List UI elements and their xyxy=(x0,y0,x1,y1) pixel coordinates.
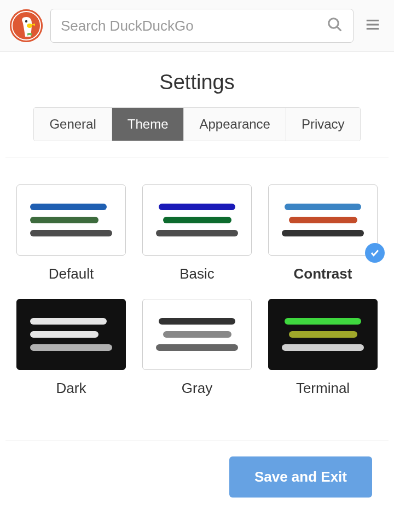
preview-bar xyxy=(30,217,99,223)
save-and-exit-button[interactable]: Save and Exit xyxy=(229,456,372,498)
header xyxy=(0,0,394,52)
preview-bar xyxy=(289,331,357,338)
preview-bar xyxy=(30,318,107,325)
preview-bar xyxy=(282,230,364,236)
preview-bar xyxy=(30,204,107,210)
theme-option-basic[interactable]: Basic xyxy=(142,184,252,282)
tab-theme[interactable]: Theme xyxy=(112,108,184,141)
theme-label: Contrast xyxy=(294,265,352,282)
preview-bar xyxy=(159,318,235,325)
theme-label: Gray xyxy=(182,380,212,397)
svg-point-3 xyxy=(25,20,27,22)
preview-bar xyxy=(30,344,112,351)
footer: Save and Exit xyxy=(5,441,389,498)
theme-option-default[interactable]: Default xyxy=(16,184,126,282)
preview-bar xyxy=(159,204,235,210)
theme-label: Basic xyxy=(179,265,215,282)
preview-bar xyxy=(163,331,231,338)
preview-bar xyxy=(156,230,238,236)
preview-bar xyxy=(289,217,357,223)
theme-preview xyxy=(16,184,126,256)
theme-option-gray[interactable]: Gray xyxy=(142,299,252,397)
theme-option-contrast[interactable]: Contrast xyxy=(268,184,378,282)
preview-bar xyxy=(282,344,364,351)
hamburger-menu-icon[interactable] xyxy=(361,13,384,38)
theme-preview xyxy=(268,299,378,370)
tab-appearance[interactable]: Appearance xyxy=(184,108,286,141)
tab-general[interactable]: General xyxy=(34,108,112,141)
theme-preview xyxy=(16,299,126,370)
settings-tabs: General Theme Appearance Privacy xyxy=(33,107,360,141)
theme-preview xyxy=(142,299,252,370)
duckduckgo-logo[interactable] xyxy=(10,9,43,42)
page-title: Settings xyxy=(0,52,394,107)
theme-grid: Default Basic Contrast Dark xyxy=(0,158,394,419)
preview-bar xyxy=(163,217,231,223)
preview-bar xyxy=(30,230,112,236)
preview-bar xyxy=(156,344,238,351)
theme-label: Default xyxy=(49,265,94,282)
svg-line-5 xyxy=(337,27,341,31)
theme-option-dark[interactable]: Dark xyxy=(16,299,126,397)
svg-point-4 xyxy=(329,19,339,28)
preview-bar xyxy=(30,331,99,338)
search-input[interactable] xyxy=(61,18,327,34)
preview-bar xyxy=(285,204,361,210)
tab-privacy[interactable]: Privacy xyxy=(286,108,360,141)
svg-point-2 xyxy=(27,24,32,28)
theme-label: Terminal xyxy=(296,380,350,397)
theme-preview xyxy=(142,184,252,256)
theme-preview xyxy=(268,184,378,256)
theme-option-terminal[interactable]: Terminal xyxy=(268,299,378,397)
search-box[interactable] xyxy=(50,9,354,43)
selected-check-icon xyxy=(365,243,385,263)
theme-label: Dark xyxy=(56,380,86,397)
preview-bar xyxy=(285,318,361,325)
search-icon[interactable] xyxy=(327,16,343,35)
